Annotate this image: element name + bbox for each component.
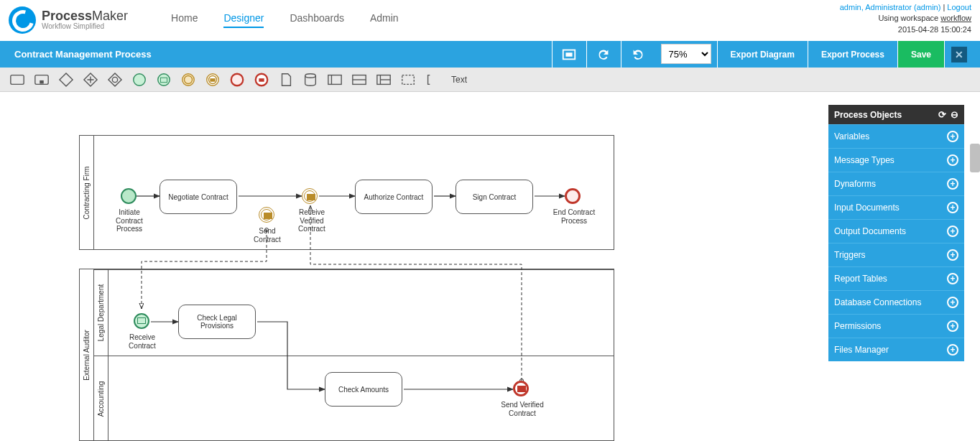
svg-point-10: [158, 73, 170, 85]
svg-rect-7: [108, 73, 121, 85]
subprocess-tool[interactable]: [32, 71, 52, 88]
gateway-exclusive-tool[interactable]: [56, 71, 76, 88]
process-objects-header: Process Objects ⟳ ⊖: [828, 105, 964, 124]
text-tool-label[interactable]: Text: [451, 75, 467, 85]
start-event-tool[interactable]: [129, 71, 149, 88]
main-nav: Home Designer Dashboards Admin: [171, 12, 399, 28]
panel-item-permissions[interactable]: Permissions+: [828, 314, 964, 338]
process-title: Contract Management Process: [14, 41, 152, 68]
close-button[interactable]: ✕: [944, 41, 973, 68]
lane-title-legal: Legal Department: [94, 270, 108, 356]
task-authorize-contract[interactable]: Authorize Contract: [355, 180, 433, 214]
user-link[interactable]: admin, Administrator (admin): [840, 3, 941, 11]
save-button[interactable]: Save: [897, 41, 944, 68]
add-icon[interactable]: +: [947, 154, 958, 166]
label-receive-contract: Receive Contract: [122, 333, 162, 350]
export-diagram-button[interactable]: Export Diagram: [717, 41, 808, 68]
pool-tool[interactable]: [325, 71, 345, 88]
lane-title-accounting: Accounting: [94, 356, 108, 441]
brand-title: ProcessMaker: [42, 9, 128, 23]
svg-rect-4: [40, 80, 44, 83]
zoom-select[interactable]: 75%: [661, 44, 711, 64]
add-icon[interactable]: +: [947, 249, 958, 261]
text-annotation-tool[interactable]: [422, 71, 443, 88]
logout-link[interactable]: Logout: [947, 3, 971, 11]
boundary-send-contract[interactable]: [259, 207, 274, 223]
panel-item-variables[interactable]: Variables+: [828, 124, 964, 148]
start-message-tool[interactable]: [154, 71, 174, 88]
gateway-inclusive-tool[interactable]: [105, 71, 125, 88]
svg-rect-16: [210, 78, 215, 82]
process-objects-panel: Process Objects ⟳ ⊖ Variables+ Message T…: [828, 105, 964, 361]
panel-item-message-types[interactable]: Message Types+: [828, 148, 964, 172]
workspace-name[interactable]: workflow: [940, 14, 971, 22]
label-end: End Contract Process: [549, 208, 599, 225]
nav-dashboards[interactable]: Dashboards: [290, 12, 344, 28]
svg-point-9: [134, 73, 146, 85]
nav-admin[interactable]: Admin: [370, 12, 399, 28]
redo-button[interactable]: [586, 41, 621, 68]
label-receive-verified: Receive Verified Contract: [290, 208, 333, 233]
label-send-contract: Send Contract: [251, 227, 283, 243]
export-process-button[interactable]: Export Process: [808, 41, 897, 68]
event-send-verified[interactable]: [513, 381, 529, 396]
end-event[interactable]: [565, 188, 581, 204]
event-receive-contract[interactable]: [134, 313, 149, 329]
svg-point-8: [112, 77, 117, 82]
task-check-legal[interactable]: Check Legal Provisions: [178, 305, 256, 339]
task-negotiate-contract[interactable]: Negotiate Contract: [160, 180, 237, 214]
header-timestamp: 2015-04-28 15:00:24: [840, 24, 971, 35]
add-icon[interactable]: +: [947, 273, 958, 284]
panel-item-triggers[interactable]: Triggers+: [828, 243, 964, 266]
end-message-tool[interactable]: [251, 71, 272, 88]
svg-rect-1: [565, 52, 572, 57]
blackbox-pool-tool[interactable]: [374, 71, 394, 88]
add-icon[interactable]: +: [947, 226, 958, 237]
nav-home[interactable]: Home: [171, 12, 198, 28]
scrollbar-thumb[interactable]: [970, 144, 980, 172]
panel-item-database-connections[interactable]: Database Connections+: [828, 290, 964, 314]
pool-title-external-auditor: External Auditor: [80, 269, 94, 440]
shape-palette: Text: [0, 68, 980, 92]
add-icon[interactable]: +: [947, 202, 958, 213]
svg-rect-21: [328, 75, 341, 84]
panel-item-input-documents[interactable]: Input Documents+: [828, 195, 964, 219]
add-icon[interactable]: +: [947, 297, 958, 308]
intermediate-throw-tool[interactable]: [203, 71, 223, 88]
panel-item-report-tables[interactable]: Report Tables+: [828, 266, 964, 290]
lane-tool[interactable]: [349, 71, 369, 88]
add-icon[interactable]: +: [947, 344, 958, 356]
panel-item-dynaforms[interactable]: Dynaforms+: [828, 172, 964, 195]
event-receive-verified[interactable]: [302, 188, 318, 204]
process-objects-title: Process Objects: [834, 110, 902, 120]
fullscreen-button[interactable]: [552, 41, 586, 68]
task-sign-contract[interactable]: Sign Contract: [456, 180, 533, 214]
workspace-prefix: Using workspace: [878, 14, 940, 22]
panel-item-output-documents[interactable]: Output Documents+: [828, 219, 964, 243]
group-tool[interactable]: [398, 71, 418, 88]
gateway-parallel-tool[interactable]: [80, 71, 101, 88]
start-event-initiate[interactable]: [121, 188, 137, 204]
logo-icon: [9, 6, 36, 34]
logo[interactable]: ProcessMaker Workflow Simplified: [9, 6, 128, 34]
intermediate-catch-tool[interactable]: [178, 71, 198, 88]
refresh-icon[interactable]: ⟳: [938, 109, 946, 120]
add-icon[interactable]: +: [947, 178, 958, 190]
data-store-tool[interactable]: [300, 71, 320, 88]
task-check-amounts[interactable]: Check Amounts: [325, 372, 402, 407]
lane-legal-department[interactable]: Legal Department: [94, 269, 614, 356]
add-icon[interactable]: +: [947, 320, 958, 332]
panel-item-files-manager[interactable]: Files Manager+: [828, 338, 964, 361]
data-object-tool[interactable]: [276, 71, 296, 88]
nav-designer[interactable]: Designer: [223, 12, 264, 28]
process-toolbar: Contract Management Process 75% Export D…: [0, 41, 980, 68]
undo-button[interactable]: [621, 41, 655, 68]
task-tool[interactable]: [7, 71, 27, 88]
collapse-icon[interactable]: ⊖: [951, 109, 958, 120]
svg-point-20: [305, 73, 316, 78]
user-info: admin, Administrator (admin) | Logout Us…: [840, 2, 971, 35]
app-header: ProcessMaker Workflow Simplified Home De…: [0, 0, 980, 41]
add-icon[interactable]: +: [947, 131, 958, 142]
svg-rect-19: [259, 78, 264, 82]
end-event-tool[interactable]: [227, 71, 247, 88]
